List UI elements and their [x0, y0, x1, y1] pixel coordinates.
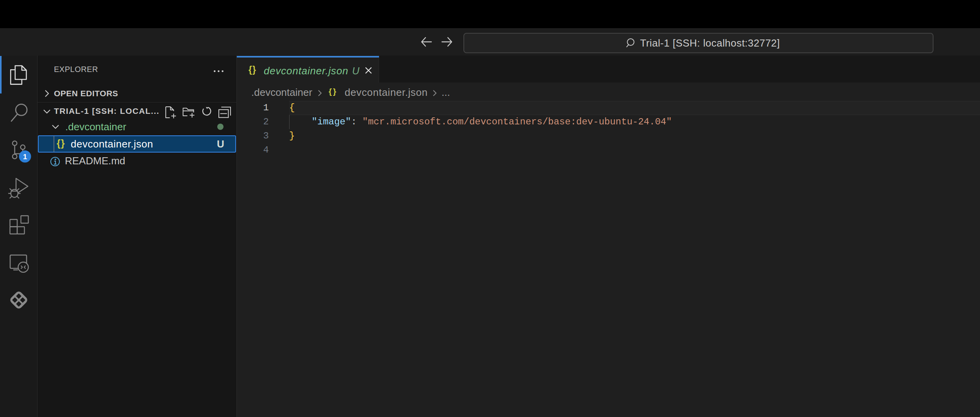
svg-text:1: 1: [23, 153, 27, 161]
